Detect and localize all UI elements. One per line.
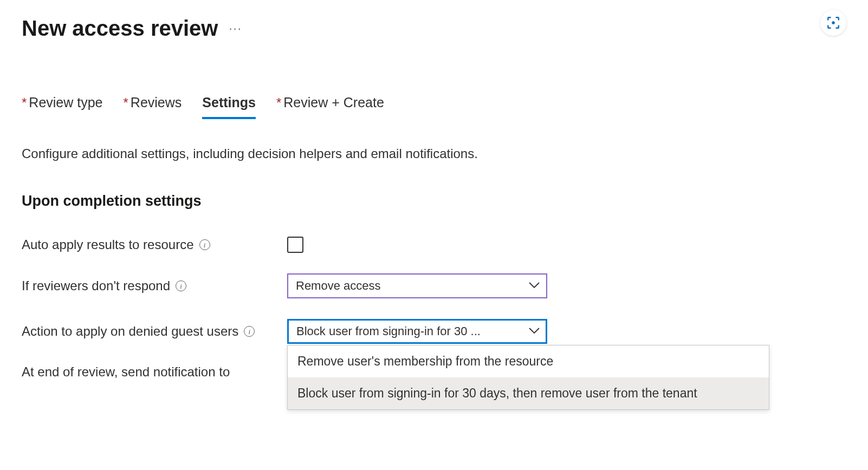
dropdown-denied-guest: Remove user's membership from the resour…: [287, 345, 769, 410]
label-text: Action to apply on denied guest users: [22, 324, 238, 339]
dropdown-option[interactable]: Remove user's membership from the resour…: [288, 345, 769, 377]
tab-review-create[interactable]: * Review + Create: [276, 95, 384, 119]
required-asterisk: *: [276, 95, 281, 110]
required-asterisk: *: [22, 95, 27, 110]
info-icon[interactable]: i: [176, 280, 186, 291]
label-text: If reviewers don't respond: [22, 278, 170, 293]
lens-button[interactable]: [820, 10, 846, 36]
tab-review-type[interactable]: * Review type: [22, 95, 103, 119]
tab-label: Settings: [202, 95, 256, 110]
label-auto-apply: Auto apply results to resource i: [22, 237, 287, 252]
label-notification: At end of review, send notification to: [22, 364, 287, 380]
lens-icon: [826, 16, 840, 30]
dropdown-option[interactable]: Block user from signing-in for 30 days, …: [288, 377, 769, 409]
settings-description: Configure additional settings, including…: [22, 146, 846, 161]
info-icon[interactable]: i: [199, 239, 210, 250]
tab-bar: * Review type * Reviews Settings * Revie…: [22, 95, 846, 119]
tab-label: Review type: [29, 95, 102, 110]
select-no-response[interactable]: Remove access: [287, 273, 547, 298]
select-value: Block user from signing-in for 30 ...: [296, 324, 481, 338]
row-denied-guest: Action to apply on denied guest users i …: [22, 319, 846, 344]
row-no-response: If reviewers don't respond i Remove acce…: [22, 273, 846, 298]
row-auto-apply: Auto apply results to resource i: [22, 237, 846, 253]
select-value: Remove access: [296, 279, 381, 293]
info-icon[interactable]: i: [244, 326, 255, 337]
label-text: Auto apply results to resource: [22, 237, 194, 252]
tab-reviews[interactable]: * Reviews: [124, 95, 182, 119]
svg-point-0: [832, 21, 835, 24]
more-icon[interactable]: ···: [229, 22, 242, 36]
select-denied-guest[interactable]: Block user from signing-in for 30 ...: [287, 319, 547, 344]
tab-label: Reviews: [131, 95, 182, 110]
label-denied-guest: Action to apply on denied guest users i: [22, 324, 287, 339]
label-no-response: If reviewers don't respond i: [22, 278, 287, 293]
form: Auto apply results to resource i If revi…: [22, 237, 846, 380]
tab-settings[interactable]: Settings: [202, 95, 256, 119]
tab-label: Review + Create: [283, 95, 384, 110]
required-asterisk: *: [124, 95, 128, 110]
label-text: At end of review, send notification to: [22, 364, 230, 380]
checkbox-auto-apply[interactable]: [287, 237, 303, 253]
page-title: New access review: [22, 16, 218, 41]
section-title: Upon completion settings: [22, 193, 846, 210]
